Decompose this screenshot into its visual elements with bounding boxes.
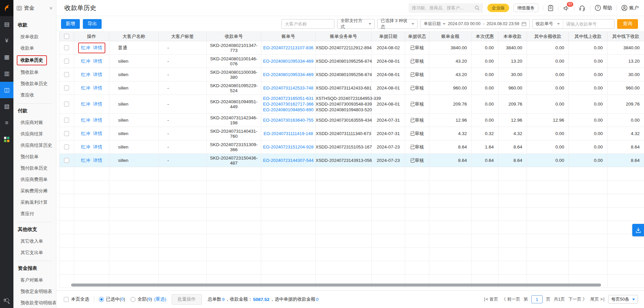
billing-icon[interactable]: ¥ <box>0 33 13 49</box>
sidebar-item-客户对账单[interactable]: 客户对账单 <box>13 274 56 286</box>
bill-link[interactable]: EO-20240723165051-631 <box>261 96 315 101</box>
horizontal-scrollbar[interactable] <box>71 284 601 287</box>
row-checkbox[interactable] <box>64 102 69 107</box>
detail-link[interactable]: 详情 <box>93 72 102 77</box>
sidebar-item-其它支出单[interactable]: 其它支出单 <box>13 247 56 258</box>
ledger-icon[interactable]: ▧ <box>0 98 13 115</box>
sidebar-item-查应收[interactable]: 查应收 <box>13 89 56 101</box>
reselect-link[interactable]: (重选) <box>154 296 166 302</box>
sidebar-item-收款单历史[interactable]: 收款单历史 <box>13 54 56 67</box>
date-range-picker[interactable]: 单据日期 2024.07.03 00:00 - 2024.08.02 23:59 <box>420 19 530 29</box>
sidebar-item-预收款单历史[interactable]: 预收款单历史 <box>13 78 56 89</box>
selected-radio[interactable] <box>99 297 104 302</box>
row-checkbox[interactable] <box>64 144 69 149</box>
bill-link[interactable]: EO-20240723144307-544 <box>261 158 315 163</box>
select-all-header-checkbox[interactable] <box>64 34 69 39</box>
reverse-link[interactable]: 红冲 <box>81 85 90 90</box>
all-radio[interactable] <box>130 297 136 302</box>
detail-link[interactable]: 详情 <box>93 45 102 50</box>
reverse-link[interactable]: 红冲 <box>81 131 90 136</box>
page-input[interactable] <box>531 295 543 303</box>
sidebar-item-供应商结算历史[interactable]: 供应商结算历史 <box>13 140 56 151</box>
sidebar-item-预收款单[interactable]: 预收款单 <box>13 67 56 78</box>
batch-actions-button[interactable]: 批量操作 <box>172 294 202 305</box>
global-search-input[interactable]: 搜功能、搜商品、搜客户... <box>409 3 483 13</box>
query-button[interactable]: 查询 <box>617 19 638 29</box>
row-checkbox[interactable] <box>64 118 69 123</box>
reverse-link[interactable]: 红冲 <box>81 118 90 123</box>
app-logo[interactable] <box>0 0 13 16</box>
pagination-next[interactable]: 下一页 》 <box>568 296 587 302</box>
sidebar-item-预收款变动明细表[interactable]: 预收款变动明细表 <box>13 297 56 308</box>
pagination-last[interactable]: 尾页 >∣ <box>590 296 605 302</box>
sidebar-item-采购返利计算[interactable]: 采购返利计算 <box>13 197 56 208</box>
orders-icon[interactable]: ▤ <box>0 16 13 33</box>
help-button[interactable]: ? 帮助 <box>595 5 612 11</box>
sidebar-item-供应商结算[interactable]: 供应商结算 <box>13 128 56 140</box>
pagination-prev[interactable]: 《 前一页 <box>501 296 520 302</box>
order-no-type-select[interactable]: 收款单号 <box>533 19 563 28</box>
detail-link[interactable]: 详情 <box>93 85 102 90</box>
detail-link[interactable]: 详情 <box>93 59 102 64</box>
reverse-link[interactable]: 红冲 <box>81 72 90 77</box>
bill-link[interactable]: EO-20240723151204-928 <box>261 144 315 150</box>
row-checkbox[interactable] <box>64 59 69 64</box>
detail-link[interactable]: 详情 <box>93 118 102 123</box>
bill-link[interactable]: EO-20240722113107-836 <box>261 45 315 51</box>
sidebar-item-采购费用分摊[interactable]: 采购费用分摊 <box>13 185 56 197</box>
bill-link[interactable]: EO-20240730163640-755 <box>261 117 315 123</box>
sidebar-item-其它收入单[interactable]: 其它收入单 <box>13 236 56 247</box>
sidebar-item-预付款单[interactable]: 预付款单 <box>13 151 56 163</box>
status-select[interactable]: 已选择 3 种状态 <box>377 19 418 29</box>
detail-link[interactable]: 详情 <box>93 158 102 163</box>
customer-service-icon[interactable] <box>579 5 586 11</box>
pagination-first[interactable]: ∣< 首页 <box>484 296 498 302</box>
add-button[interactable]: 新增 <box>61 19 80 29</box>
reverse-link[interactable]: 红冲 <box>81 144 90 149</box>
pay-method-select[interactable]: 全部支付方式 <box>337 19 375 29</box>
apps-icon[interactable] <box>0 131 13 147</box>
settings-icon[interactable]: ≡ <box>0 115 13 131</box>
account-button[interactable]: 账户 <box>621 5 639 11</box>
export-button[interactable]: 导出 <box>83 19 102 29</box>
announcements-icon[interactable]: 93 <box>563 5 570 11</box>
row-checkbox[interactable] <box>64 131 69 136</box>
sidebar-item-收款单[interactable]: 收款单 <box>13 43 56 54</box>
detail-link[interactable]: 详情 <box>93 102 102 107</box>
row-checkbox[interactable] <box>64 85 69 90</box>
reverse-link[interactable]: 红冲 <box>81 59 90 64</box>
close-module-icon[interactable]: × <box>49 5 53 11</box>
rail-search-icon[interactable] <box>0 298 13 303</box>
sidebar-item-查应付[interactable]: 查应付 <box>13 208 56 220</box>
download-button[interactable] <box>632 224 644 236</box>
page-size-select[interactable]: 每页50条 <box>608 295 638 304</box>
bill-link[interactable]: EO-20240801095334-469 <box>261 72 315 77</box>
reverse-link[interactable]: 红冲 <box>81 45 90 50</box>
customer-name-input[interactable] <box>281 19 334 29</box>
bill-link[interactable]: EO-20240731111419-148 <box>261 131 315 136</box>
row-checkbox[interactable] <box>64 158 69 163</box>
bill-link[interactable]: EO-20240730162717-366 <box>261 101 315 107</box>
order-no-input[interactable] <box>563 21 614 26</box>
funds-icon[interactable]: ◫ <box>0 82 13 98</box>
bill-link[interactable]: EO-20240801095334-469 <box>261 58 315 64</box>
detail-link[interactable]: 详情 <box>93 144 102 149</box>
sidebar-item-供应商费用单[interactable]: 供应商费用单 <box>13 174 56 185</box>
tasks-clipboard-icon[interactable] <box>547 5 554 11</box>
row-checkbox[interactable] <box>64 72 69 77</box>
sidebar-item-供应商对账[interactable]: 供应商对账 <box>13 117 56 128</box>
delivery-icon[interactable]: ▥ <box>0 65 13 82</box>
edition-badge[interactable]: 企业版 <box>487 4 509 12</box>
select-all-page[interactable]: 本页全选 <box>64 296 89 302</box>
sidebar-item-预收定金明细表[interactable]: 预收定金明细表 <box>13 286 56 297</box>
reverse-link[interactable]: 红冲 <box>81 158 90 163</box>
select-all-checkbox[interactable] <box>64 297 69 302</box>
value-added-button[interactable]: 增值服务 <box>514 4 538 12</box>
reverse-link[interactable]: 红冲 <box>81 102 90 107</box>
bill-link[interactable]: EO-20240731142533-748 <box>261 85 315 91</box>
sidebar-item-按单收款[interactable]: 按单收款 <box>13 31 56 43</box>
package-icon[interactable]: ▦ <box>0 49 13 65</box>
detail-link[interactable]: 详情 <box>93 131 102 136</box>
sidebar-item-预付款单历史[interactable]: 预付款单历史 <box>13 163 56 174</box>
row-checkbox[interactable] <box>64 45 69 50</box>
